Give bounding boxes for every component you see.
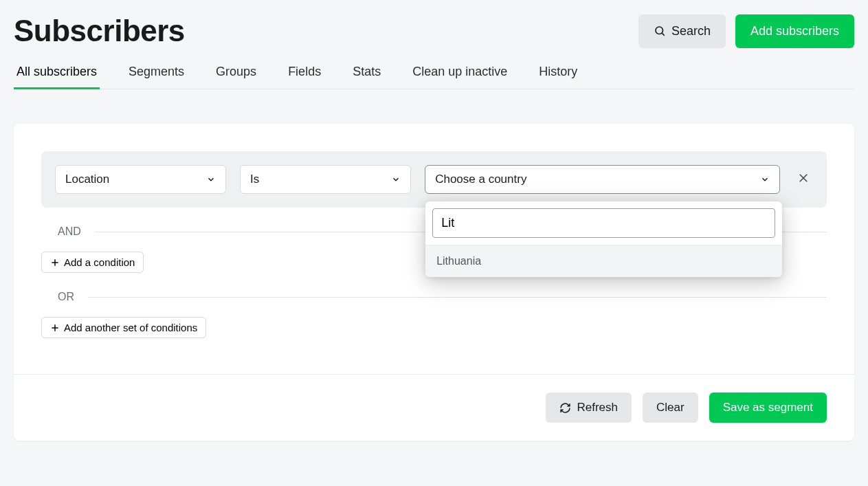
add-subscribers-button[interactable]: Add subscribers [735,14,854,48]
remove-condition-button[interactable] [794,170,813,189]
filter-card: Location Is Choose a country [14,124,854,441]
search-button-label: Search [671,24,711,38]
chevron-down-icon [206,175,216,184]
tab-segments[interactable]: Segments [129,65,184,89]
or-label: OR [41,291,74,303]
country-dropdown: Lithuania [425,201,782,277]
clear-button-label: Clear [656,401,685,415]
save-segment-label: Save as segment [723,401,813,415]
add-condition-label: Add a condition [64,256,135,268]
operator-select-value: Is [250,173,259,186]
card-footer: Refresh Clear Save as segment [14,374,854,441]
tab-groups[interactable]: Groups [216,65,256,89]
search-button[interactable]: Search [638,14,726,48]
operator-select[interactable]: Is [240,165,411,194]
add-condition-button[interactable]: Add a condition [41,252,144,273]
close-icon [797,172,810,187]
tab-bar: All subscribers Segments Groups Fields S… [14,65,854,89]
value-select-placeholder: Choose a country [435,173,526,186]
clear-button[interactable]: Clear [643,393,698,423]
and-label: AND [41,225,81,238]
tab-all-subscribers[interactable]: All subscribers [16,65,97,89]
page-title: Subscribers [14,14,185,48]
refresh-button[interactable]: Refresh [546,393,632,423]
save-segment-button[interactable]: Save as segment [709,393,827,423]
value-select[interactable]: Choose a country Lithuania [425,165,780,194]
plus-icon [50,258,60,267]
search-icon [654,25,666,37]
tab-clean-up-inactive[interactable]: Clean up inactive [412,65,507,89]
tab-history[interactable]: History [539,65,577,89]
country-search-input[interactable] [432,208,775,238]
add-condition-set-label: Add another set of conditions [64,322,197,333]
svg-point-0 [656,27,663,34]
page-header: Subscribers Search Add subscribers [14,14,854,48]
condition-row: Location Is Choose a country [41,151,827,208]
separator-line [88,297,827,298]
tab-fields[interactable]: Fields [288,65,321,89]
refresh-icon [559,402,571,414]
dropdown-search-wrap [425,201,782,245]
svg-line-1 [662,33,664,35]
or-separator: OR [41,291,827,303]
filter-section: Location Is Choose a country [14,124,854,338]
refresh-button-label: Refresh [577,401,618,415]
chevron-down-icon [760,175,770,184]
field-select-value: Location [65,173,109,186]
add-subscribers-label: Add subscribers [750,24,839,38]
header-actions: Search Add subscribers [638,14,854,48]
chevron-down-icon [391,175,401,184]
field-select[interactable]: Location [55,165,226,194]
tab-stats[interactable]: Stats [353,65,381,89]
country-option[interactable]: Lithuania [425,245,782,277]
plus-icon [50,323,60,333]
add-condition-set-button[interactable]: Add another set of conditions [41,317,206,338]
